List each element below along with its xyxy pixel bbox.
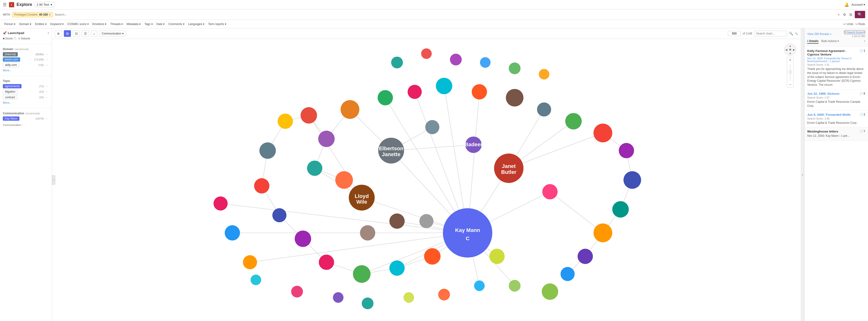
expand-right-panel-button[interactable]: › xyxy=(864,39,865,44)
chart-expand-button[interactable]: ⤡ xyxy=(795,31,798,36)
node-n22[interactable] xyxy=(424,248,441,265)
communication-menu-kaymann[interactable]: ··· xyxy=(45,116,49,121)
chart-search-button[interactable]: 🔍 xyxy=(789,32,793,35)
node-n35[interactable] xyxy=(335,171,353,189)
filter-languages[interactable]: Languages ▾ xyxy=(187,22,206,27)
save-search-icon[interactable]: ⊞ xyxy=(848,11,853,18)
collapse-right-panel-button[interactable]: › xyxy=(801,28,804,321)
table-row[interactable]: Jun 8, 2000: Forwarded Wolfe 📄 2 Search … xyxy=(804,111,868,128)
collapse-left-panel-button[interactable]: ‹ xyxy=(48,31,49,35)
domain-tag-akllp[interactable]: akllp.com xyxy=(3,63,19,67)
node-small1[interactable] xyxy=(391,57,403,69)
node-small10[interactable] xyxy=(362,298,374,310)
node-n12[interactable] xyxy=(619,143,634,158)
project-selector[interactable]: 2.90 Test ▾ xyxy=(34,2,54,7)
tool-list[interactable]: ☰ xyxy=(82,30,89,37)
redo-button[interactable]: ↪ Redo xyxy=(855,23,865,26)
topic-menu-contract[interactable]: ··· xyxy=(45,95,49,100)
node-n11[interactable] xyxy=(593,123,612,142)
zoom-out-button[interactable]: − xyxy=(787,82,793,87)
score-question-icon[interactable]: ? xyxy=(13,37,17,40)
node-n28[interactable] xyxy=(254,178,270,194)
node-n4[interactable] xyxy=(378,90,393,105)
score-toggle[interactable]: ■ Score ? xyxy=(3,37,17,40)
tool-zoom[interactable]: ⌕ xyxy=(91,30,97,37)
node-n23[interactable] xyxy=(390,260,405,276)
search-button[interactable]: 🔍 xyxy=(855,11,865,18)
node-small9[interactable] xyxy=(333,292,344,303)
thread-date[interactable]: Nov 10, 2000: Forwarded By Teresa G Bush… xyxy=(807,57,865,63)
communication-tag-kaymann[interactable]: Kay Mann xyxy=(3,116,20,121)
filter-person[interactable]: Person ▾ xyxy=(3,22,17,27)
node-small8[interactable] xyxy=(291,286,303,298)
node-small7[interactable] xyxy=(251,275,261,285)
domain-more-button[interactable]: More... xyxy=(3,68,11,73)
node-n3[interactable] xyxy=(340,100,360,119)
node-n6[interactable] xyxy=(436,78,452,94)
topic-tag-contract[interactable]: contract xyxy=(3,95,17,100)
node-small3[interactable] xyxy=(450,54,462,65)
filter-metadata[interactable]: Metadata ▾ xyxy=(125,22,142,27)
node-n18[interactable] xyxy=(542,283,558,300)
tool-grid[interactable]: ⊟ xyxy=(73,30,80,37)
tab-bulk-actions[interactable]: Bulk Actions ▾ xyxy=(822,39,839,44)
tool-network[interactable]: ⊞ xyxy=(64,30,71,37)
chart-search-input[interactable] xyxy=(754,31,787,36)
node-n21[interactable] xyxy=(420,214,434,228)
node-n13[interactable] xyxy=(623,171,641,189)
topic-tag-agreements[interactable]: agreements xyxy=(3,84,22,88)
scroll-indicator-left[interactable]: ‹ xyxy=(52,175,55,185)
domain-tag-enron[interactable]: enron.com xyxy=(3,58,20,62)
nav-compass[interactable]: ▲ ◀ ▶ ▼ xyxy=(784,44,796,56)
node-n33[interactable] xyxy=(225,225,240,241)
nav-right-button[interactable]: ▶ xyxy=(792,48,796,51)
notification-bell-icon[interactable]: 🔔 xyxy=(844,2,849,7)
node-n15[interactable] xyxy=(593,223,612,242)
search-score-sort-button[interactable]: ⇅ Search Score ▾ xyxy=(844,30,865,34)
tab-details[interactable]: ℹ Details xyxy=(807,39,818,44)
search-input[interactable] xyxy=(55,13,835,16)
privilege-badge-close-icon[interactable]: × xyxy=(49,13,51,16)
node-n16[interactable] xyxy=(578,249,593,264)
node-n7[interactable] xyxy=(472,84,487,100)
topic-menu-litigation[interactable]: ··· xyxy=(45,90,49,94)
node-small4[interactable] xyxy=(480,57,491,68)
table-row[interactable]: Jun 22, 1999: Dickson 📄 6 Search Score: … xyxy=(804,90,868,111)
node-n25[interactable] xyxy=(319,255,334,270)
nav-up-button[interactable]: ▲ xyxy=(788,44,792,48)
node-n31[interactable] xyxy=(490,249,505,264)
clear-search-button[interactable]: × xyxy=(837,11,841,17)
node-small13[interactable] xyxy=(474,280,485,291)
node-n30[interactable] xyxy=(278,114,293,129)
node-small2[interactable] xyxy=(421,48,432,59)
view-threads-link[interactable]: View 280 threads » xyxy=(807,32,832,36)
graph-nodes[interactable]: Kay Mann C Lloyd Wile Janet Butler Elber… xyxy=(214,48,641,309)
domain-menu-enron[interactable]: ··· xyxy=(45,58,49,62)
node-n27[interactable] xyxy=(272,208,286,222)
topic-menu-agreements[interactable]: ··· xyxy=(45,84,49,88)
table-row[interactable]: Westinghouse letters 📄 7 Nov 12, 2000: K… xyxy=(804,127,868,141)
node-n10[interactable] xyxy=(565,113,582,130)
node-n32[interactable] xyxy=(243,255,257,269)
node-n17[interactable] xyxy=(561,267,575,281)
filter-date[interactable]: Date ▾ xyxy=(155,22,166,27)
node-n34[interactable] xyxy=(214,197,228,211)
filter-tags[interactable]: Tags ▾ xyxy=(143,22,154,27)
node-n1[interactable] xyxy=(301,107,317,124)
node-small12[interactable] xyxy=(438,289,450,300)
domain-tag-internal[interactable]: (internal) xyxy=(3,52,18,57)
zoom-slider[interactable] xyxy=(788,63,792,82)
filter-keyword[interactable]: Keyword ▾ xyxy=(49,22,65,27)
domain-menu-internal[interactable]: ··· xyxy=(45,52,49,57)
undo-button[interactable]: ↩ Undo xyxy=(843,23,853,26)
nav-left-button[interactable]: ◀ xyxy=(784,48,788,51)
filter-entities[interactable]: Entities ▾ xyxy=(34,22,48,27)
node-janetbutler[interactable] xyxy=(494,153,524,183)
node-n8[interactable] xyxy=(506,89,524,107)
table-row[interactable]: Kelly Farmout Agreement - Cypress Ventur… xyxy=(804,47,868,90)
zoom-thumb[interactable] xyxy=(789,71,792,73)
nav-down-button[interactable]: ▼ xyxy=(788,51,792,55)
filter-comments[interactable]: Comments ▾ xyxy=(167,22,186,27)
pagination-input[interactable] xyxy=(728,31,741,36)
node-n20[interactable] xyxy=(390,214,405,229)
